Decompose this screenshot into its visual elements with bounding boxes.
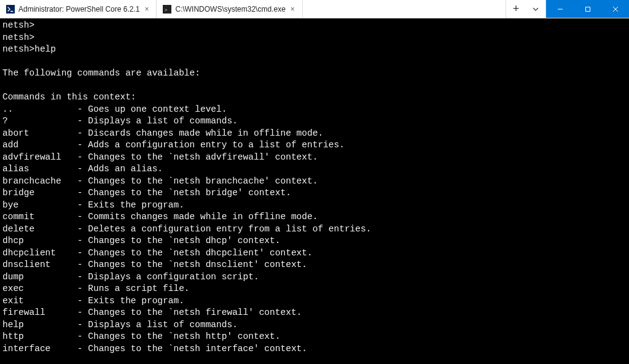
window-controls: [546, 0, 629, 18]
chevron-down-icon: [533, 6, 539, 12]
minimize-button[interactable]: [546, 0, 574, 18]
close-button[interactable]: [601, 0, 629, 18]
maximize-button[interactable]: [574, 0, 601, 18]
new-tab-dropdown[interactable]: [526, 0, 545, 18]
tab-powershell[interactable]: Administrator: PowerShell Core 6.2.1 ×: [0, 0, 157, 18]
prompt-line: netsh>help: [2, 44, 56, 54]
tab-strip: Administrator: PowerShell Core 6.2.1 × >…: [0, 0, 303, 18]
output-subheader: Commands in this context:: [2, 92, 136, 102]
command-list: .. - Goes up one context level. ? - Disp…: [2, 104, 371, 354]
new-tab-group: +: [506, 0, 546, 18]
minimize-icon: [557, 6, 563, 12]
tab-label: C:\WINDOWS\system32\cmd.exe: [175, 5, 285, 14]
tab-close-button[interactable]: ×: [289, 5, 296, 14]
prompt-line: netsh>: [2, 33, 34, 42]
tab-label: Administrator: PowerShell Core 6.2.1: [18, 5, 139, 14]
svg-text:>: >: [165, 6, 168, 12]
maximize-icon: [585, 6, 591, 12]
output-header: The following commands are available:: [2, 68, 200, 78]
cmd-icon: >: [163, 5, 171, 14]
new-tab-button[interactable]: +: [506, 0, 526, 18]
svg-rect-4: [585, 7, 590, 11]
close-icon: [612, 6, 619, 12]
tab-close-button[interactable]: ×: [143, 5, 150, 14]
titlebar: Administrator: PowerShell Core 6.2.1 × >…: [0, 0, 629, 18]
prompt-line: netsh>: [2, 20, 34, 30]
powershell-icon: [6, 5, 15, 14]
tab-cmd[interactable]: > C:\WINDOWS\system32\cmd.exe ×: [157, 0, 302, 18]
terminal-output[interactable]: netsh> netsh> netsh>help The following c…: [0, 18, 629, 364]
titlebar-drag-area[interactable]: [303, 0, 506, 18]
